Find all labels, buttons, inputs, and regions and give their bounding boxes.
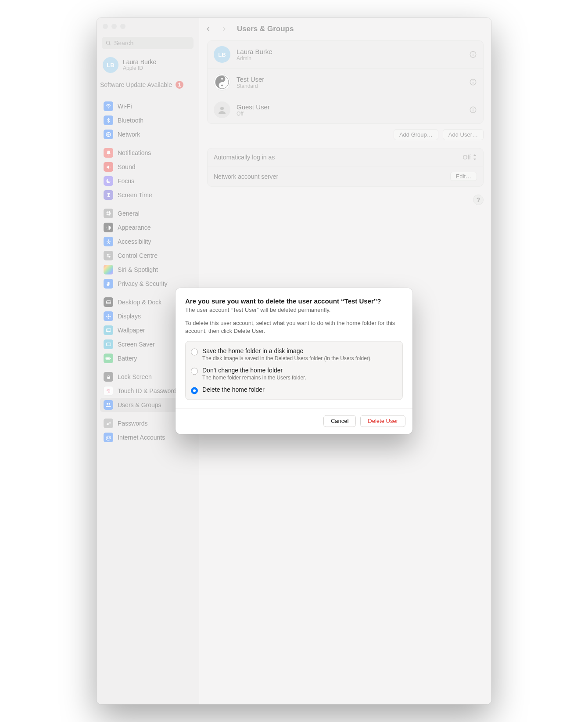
sliders-icon — [104, 251, 113, 260]
sidebar-item-bluetooth[interactable]: Bluetooth — [100, 113, 195, 127]
sidebar-item-label: Wi-Fi — [118, 103, 132, 110]
option-title: Save the home folder in a disk image — [202, 348, 372, 355]
user-actions: Add Group… Add User… — [207, 129, 484, 140]
user-row[interactable]: LB Laura Burke Admin — [208, 41, 483, 68]
sidebar-item-label: Lock Screen — [118, 373, 152, 380]
sidebar-item-label: Battery — [118, 355, 137, 362]
sidebar-item-screen-time[interactable]: Screen Time — [100, 188, 195, 202]
info-icon[interactable] — [469, 51, 477, 58]
option-save-disk-image[interactable]: Save the home folder in a disk image The… — [191, 346, 397, 364]
user-role: Off — [237, 111, 270, 117]
svg-rect-10 — [106, 300, 111, 303]
sidebar-item-label: Screen Saver — [118, 341, 155, 348]
page-title: Users & Groups — [237, 25, 294, 33]
info-icon[interactable] — [469, 106, 477, 114]
search-field[interactable] — [102, 37, 194, 49]
user-name: Laura Burke — [237, 48, 272, 55]
option-title: Delete the home folder — [202, 386, 265, 393]
svg-line-1 — [109, 44, 111, 45]
svg-point-36 — [221, 85, 223, 87]
user-row[interactable]: Guest User Off — [208, 96, 483, 123]
svg-rect-25 — [110, 358, 111, 359]
sidebar-item-label: Bluetooth — [118, 117, 143, 124]
auto-login-popup[interactable]: Off — [463, 154, 477, 161]
accessibility-icon — [104, 237, 113, 246]
lock-icon — [104, 372, 113, 382]
battery-icon — [104, 354, 113, 363]
avatar: LB — [103, 57, 118, 73]
help-button[interactable]: ? — [473, 195, 484, 205]
globe-icon — [104, 130, 113, 139]
svg-line-20 — [107, 318, 107, 318]
user-role: Admin — [237, 55, 272, 61]
dock-icon — [104, 297, 113, 307]
svg-point-0 — [106, 41, 110, 44]
option-desc: The disk image is saved in the Deleted U… — [202, 356, 372, 362]
moon-icon — [104, 176, 113, 186]
sidebar-item-label: Touch ID & Password — [118, 387, 176, 394]
radio-icon — [191, 387, 198, 394]
hand-icon — [104, 279, 113, 289]
zoom-icon[interactable] — [120, 24, 125, 29]
svg-point-28 — [107, 403, 108, 405]
forward-button[interactable] — [221, 25, 232, 33]
sidebar-item-siri[interactable]: Siri & Spotlight — [100, 263, 195, 277]
sidebar-item-label: Control Centre — [118, 252, 158, 259]
user-row[interactable]: Test User Standard — [208, 68, 483, 96]
sidebar-item-wifi[interactable]: Wi-Fi — [100, 99, 195, 113]
search-icon — [105, 40, 111, 46]
sidebar-item-accessibility[interactable]: Accessibility — [100, 235, 195, 249]
search-input[interactable] — [114, 40, 191, 47]
sidebar-item-label: Screen Time — [118, 191, 152, 199]
display-icon — [104, 311, 113, 321]
gear-icon — [104, 209, 113, 218]
sidebar-item-label: Privacy & Security — [118, 280, 168, 287]
login-settings: Automatically log in as Off Network acco… — [207, 148, 484, 187]
option-title: Don't change the home folder — [202, 367, 306, 374]
info-icon[interactable] — [469, 78, 477, 86]
delete-user-button[interactable]: Delete User — [360, 415, 405, 427]
svg-point-2 — [108, 108, 109, 108]
sidebar-item-focus[interactable]: Focus — [100, 174, 195, 188]
sidebar-item-label: Passwords — [118, 420, 147, 427]
avatar — [214, 74, 230, 90]
sidebar-item-label: Accessibility — [118, 238, 151, 245]
edit-button[interactable]: Edit… — [450, 172, 477, 181]
svg-line-18 — [110, 318, 110, 318]
close-icon[interactable] — [103, 24, 108, 29]
svg-rect-23 — [106, 343, 111, 346]
radio-icon — [191, 349, 198, 356]
option-keep-home-folder[interactable]: Don't change the home folder The home fo… — [191, 365, 397, 383]
bell-icon — [104, 148, 113, 158]
option-delete-home-folder[interactable]: Delete the home folder — [191, 385, 397, 396]
sidebar-item-label: Displays — [118, 313, 141, 320]
auto-login-label: Automatically log in as — [214, 154, 275, 161]
apple-id-profile[interactable]: LB Laura Burke Apple ID — [97, 53, 199, 79]
svg-rect-27 — [107, 377, 110, 379]
back-button[interactable] — [205, 25, 216, 33]
add-group-button[interactable]: Add Group… — [394, 129, 438, 140]
sidebar-item-notifications[interactable]: Notifications — [100, 146, 195, 160]
software-update-banner[interactable]: Software Update Available 1 — [97, 79, 199, 95]
svg-point-40 — [473, 80, 473, 81]
sidebar-item-sound[interactable]: Sound — [100, 160, 195, 174]
svg-point-22 — [107, 329, 108, 330]
cancel-button[interactable]: Cancel — [323, 415, 356, 427]
add-user-button[interactable]: Add User… — [443, 129, 484, 140]
speaker-icon — [104, 162, 113, 172]
svg-point-12 — [108, 315, 109, 317]
sidebar-item-appearance[interactable]: Appearance — [100, 220, 195, 235]
sidebar-item-label: Internet Accounts — [118, 434, 165, 441]
sidebar-item-general[interactable]: General — [100, 206, 195, 220]
window-controls — [97, 18, 199, 32]
sidebar-item-network[interactable]: Network — [100, 127, 195, 141]
svg-line-19 — [110, 314, 110, 315]
sidebar-item-label: Desktop & Dock — [118, 299, 161, 306]
minimize-icon[interactable] — [111, 24, 117, 29]
hourglass-icon — [104, 190, 113, 200]
sidebar-item-label: Siri & Spotlight — [118, 266, 158, 273]
svg-point-9 — [108, 256, 109, 257]
bluetooth-icon — [104, 116, 113, 125]
sidebar-item-control-centre[interactable]: Control Centre — [100, 249, 195, 263]
avatar: LB — [214, 46, 230, 63]
